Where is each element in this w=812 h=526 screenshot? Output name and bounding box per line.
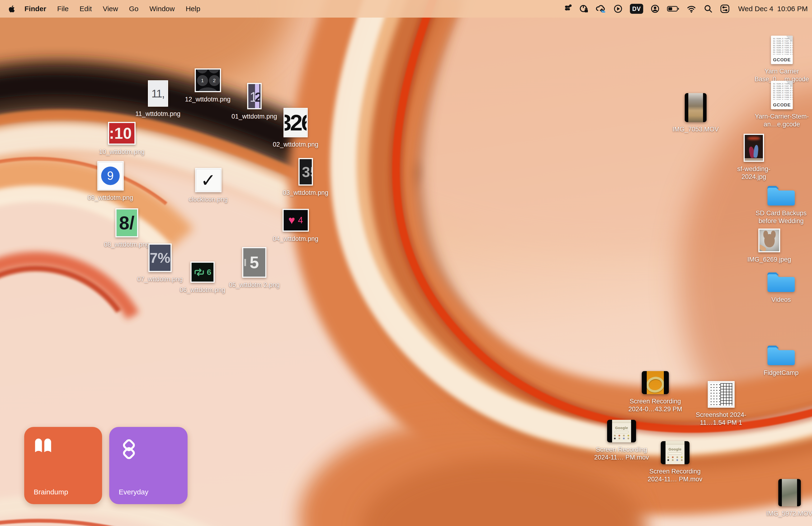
file-09-wttdotm[interactable]: 9 09_wttdotm.png — [81, 161, 140, 202]
file-screenshot-grid[interactable]: Screenshot 2024-11…1.54 PM 1 — [691, 381, 751, 427]
image-thumbnail: 6 — [190, 261, 215, 283]
blue-circle-graphic: 9 — [101, 167, 120, 185]
play-status-icon[interactable] — [613, 3, 623, 14]
heart-icon: ♥ — [288, 215, 295, 226]
folder-videos[interactable]: Videos — [752, 271, 811, 304]
file-label: 11_wttdotm.png — [135, 110, 180, 118]
file-label: 06_wttdotm.png — [180, 286, 225, 294]
folder-fidgetcamp[interactable]: FidgetCamp — [752, 344, 811, 377]
file-02-wttdotm[interactable]: 326 02_wttdotm.png — [266, 108, 325, 148]
file-label: IMG_5972.MOV — [766, 510, 812, 517]
menu-bar-left: Finder File Edit View Go Window Help — [0, 5, 200, 13]
gold-ring-graphic — [647, 375, 664, 394]
file-05-wttdotm-2[interactable]: 5 05_wttdotm 2.png — [224, 247, 284, 289]
file-label: Yarn-Carrier-Stem-an…e.gcode — [752, 113, 812, 128]
folder-icon — [766, 344, 796, 366]
folded-corner-icon — [787, 35, 793, 42]
menu-help[interactable]: Help — [186, 5, 200, 13]
photo-thumbnail — [758, 229, 780, 252]
file-06-wttdotm[interactable]: 6 06_wttdotm.png — [173, 261, 232, 294]
screenshot-thumbnail — [708, 381, 735, 408]
file-label: sf-wedding-2024.jpg — [730, 165, 778, 181]
file-label: 03_wttdotm.png — [283, 189, 328, 197]
menu-clock[interactable]: Wed Dec 4 10:06 PM — [738, 5, 808, 13]
image-thumbnail: :10 — [108, 122, 135, 145]
folder-icon — [766, 271, 796, 293]
thumb-text: 4 — [298, 215, 303, 226]
gcode-file-icon: G1 X104.5 Y195.4 E4.048 G1 X105.9 Y197.5… — [771, 81, 793, 109]
file-yarn-carrier-stem-gcode[interactable]: G1 X104.5 Y195.4 E4.048 G1 X105.9 Y197.5… — [752, 81, 812, 128]
menu-window[interactable]: Window — [149, 5, 175, 13]
thumb-text: 8/ — [119, 212, 134, 234]
image-thumbnail: 11, — [148, 80, 168, 107]
file-label: IMG_6269.jpeg — [748, 256, 791, 264]
file-10-wttdotm[interactable]: :10 10_wttdotm.png — [92, 122, 151, 156]
widget-braindump[interactable]: Braindump — [24, 427, 102, 504]
digit: 2 — [255, 89, 260, 105]
menu-go[interactable]: Go — [129, 5, 139, 13]
file-label: Screen Recording 2024-0…43.29 PM — [626, 397, 685, 413]
file-screen-recording-google-2[interactable]: Google Screen Recording 2024-11… PM.mov — [645, 441, 705, 483]
checkmark-graphic: ✓ — [201, 170, 216, 191]
figma-icon[interactable] — [563, 3, 572, 14]
video-thumbnail — [642, 371, 669, 394]
thumb-text: 326 — [285, 110, 306, 136]
file-08-wttdotm[interactable]: 8/ 08_wttdotm.png — [97, 208, 157, 248]
dv-badge[interactable]: DV — [630, 4, 643, 14]
cloud-sync-icon[interactable] — [596, 3, 606, 14]
file-clockicon[interactable]: ✓ clockIcon.png — [178, 168, 238, 203]
video-thumbnail — [685, 93, 707, 122]
file-label: 02_wttdotm.png — [273, 141, 318, 148]
search-icon[interactable] — [704, 3, 713, 14]
thumb-text: :10 — [109, 124, 132, 142]
gcode-ext-badge: GCODE — [771, 57, 793, 62]
menu-edit[interactable]: Edit — [79, 5, 92, 13]
image-thumbnail: 9 — [97, 161, 124, 190]
gcode-file-icon: G1 X104.5 Y195.4 E4.048 G1 X105.9 Y197.5… — [771, 35, 793, 64]
control-center-icon[interactable] — [720, 3, 730, 14]
image-thumbnail: 35 — [299, 158, 313, 186]
file-img-5972-mov[interactable]: IMG_5972.MOV — [760, 479, 812, 517]
file-img-6269-jpeg[interactable]: IMG_6269.jpeg — [740, 229, 799, 264]
account-icon[interactable] — [650, 3, 660, 14]
thumb-text: 7% — [150, 250, 171, 266]
menu-file[interactable]: File — [57, 5, 69, 13]
file-sf-wedding-jpg[interactable]: sf-wedding-2024.jpg — [724, 134, 783, 181]
folder-icon — [766, 184, 796, 206]
image-thumbnail: ✓ — [195, 168, 221, 192]
image-thumbnail: ♥ 4 — [282, 209, 309, 232]
menu-view[interactable]: View — [103, 5, 118, 13]
folder-sd-card-backups[interactable]: SD Card Backups before Wedding — [752, 184, 811, 225]
apple-menu-icon[interactable] — [9, 5, 15, 13]
file-04-wttdotm[interactable]: ♥ 4 04_wttdotm.png — [266, 209, 325, 243]
file-label: IMG_7053.MOV — [672, 126, 719, 133]
file-label: Screenshot 2024-11…1.54 PM 1 — [691, 411, 751, 427]
file-screen-recording-google-1[interactable]: Google Screen Recording 2024-11… PM.mov — [592, 420, 651, 461]
power-lock-icon[interactable] — [579, 3, 589, 14]
google-logo-text: Google — [615, 426, 628, 430]
widget-everyday[interactable]: Everyday — [109, 427, 188, 504]
image-thumbnail: 7% — [148, 243, 172, 272]
wifi-icon[interactable] — [686, 3, 696, 14]
image-thumbnail: 1 2 — [195, 68, 221, 92]
folder-label: FidgetCamp — [764, 369, 798, 377]
file-label: Screen Recording 2024-11… PM.mov — [592, 446, 651, 461]
photo-thumbnail — [744, 134, 764, 162]
book-icon — [34, 438, 56, 455]
battery-icon[interactable] — [667, 3, 679, 14]
thumb-text: 11, — [151, 87, 164, 100]
menu-bar-status: DV Wed Dec 4 10:06 PM — [563, 3, 812, 14]
file-yarn-carrier-base-gcode[interactable]: G1 X104.5 Y195.4 E4.048 G1 X105.9 Y197.5… — [752, 35, 812, 83]
file-screen-recording-ring[interactable]: Screen Recording 2024-0…43.29 PM — [626, 371, 685, 413]
thumb-text: 5 — [250, 253, 259, 272]
gcode-ext-badge: GCODE — [771, 102, 793, 108]
folded-corner-icon — [787, 81, 793, 87]
thumb-text: 35 — [302, 164, 312, 180]
file-03-wttdotm[interactable]: 35 03_wttdotm.png — [276, 158, 335, 197]
menu-finder[interactable]: Finder — [25, 5, 46, 13]
widget-label: Braindump — [34, 488, 68, 496]
image-thumbnail: 5 — [242, 247, 266, 278]
file-img-7053-mov[interactable]: IMG_7053.MOV — [666, 93, 725, 133]
file-label: Screen Recording 2024-11… PM.mov — [645, 468, 705, 483]
file-label: clockIcon.png — [189, 196, 228, 203]
